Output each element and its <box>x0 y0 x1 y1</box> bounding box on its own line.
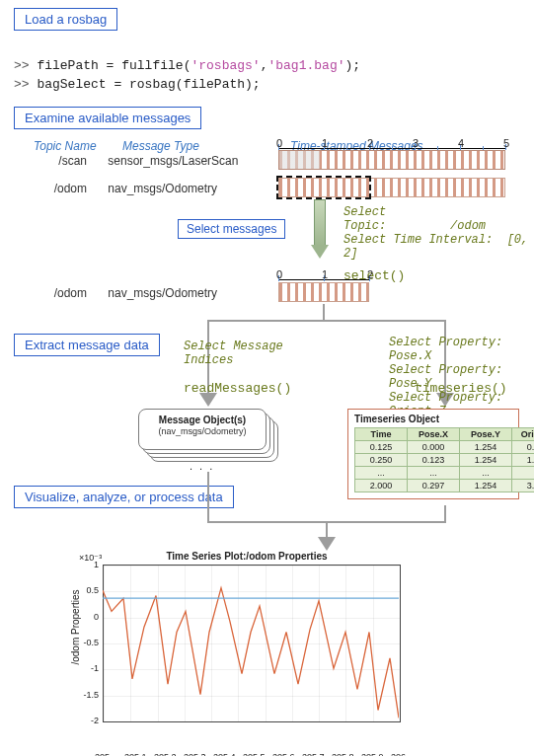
code-str: 'bag1.bag' <box>267 58 344 73</box>
xtick: 205.1 <box>124 752 147 756</box>
xtick: 205.9 <box>361 752 384 756</box>
xtick: 205.5 <box>243 752 266 756</box>
timeseries-plot: Time Series Plot:/odom Properties ×10⁻³ … <box>79 563 415 748</box>
row-odom-sel: /odom nav_msgs/Odometry <box>18 286 270 300</box>
ts-td: ... <box>408 467 460 480</box>
ts-td: 2.000 <box>355 480 408 492</box>
ts-td: ... <box>512 467 535 480</box>
ytick: -1.5 <box>79 690 99 700</box>
ts-td: 1.254 <box>460 441 512 454</box>
table-row: 0.2500.1231.2541.571 <box>355 454 535 467</box>
plot-lines <box>103 565 399 720</box>
ts-hint1: Select Property: Pose.X <box>389 336 534 363</box>
xtick: 205.4 <box>213 752 236 756</box>
msg-type: sensor_msgs/LaserScan <box>108 154 270 168</box>
row-scan: /scan sensor_msgs/LaserScan <box>18 154 270 168</box>
code-text: ); <box>344 58 360 73</box>
conn-v-right2 <box>444 505 446 521</box>
selection-dashbox <box>276 176 371 199</box>
plot-ylabel: /odom Properties <box>70 589 81 664</box>
table-row: ............ <box>355 467 535 480</box>
stripes-odom-sel <box>278 282 369 302</box>
prompt: >> <box>14 77 37 92</box>
dots: . . . <box>190 460 214 472</box>
tick-label: 4 <box>458 137 464 149</box>
ytick: 0.5 <box>79 585 99 595</box>
xtick: 205.6 <box>272 752 295 756</box>
code-block: >> filePath = fullfile('rosbags','bag1.b… <box>14 37 520 95</box>
card-title: Message Object(s) <box>139 415 266 425</box>
code-text: filePath = fullfile( <box>37 58 191 73</box>
topic-name: /odom <box>18 286 105 300</box>
tick-label: 0 <box>276 137 282 149</box>
card-sub: (nav_msgs/Odometry) <box>139 426 266 436</box>
xtick: 205.3 <box>184 752 206 756</box>
arrow-select <box>306 199 334 259</box>
ts-td: 1.254 <box>460 454 512 467</box>
ts-td: 0.000 <box>512 441 535 454</box>
row-odom: /odom nav_msgs/Odometry <box>18 182 270 195</box>
axis-full: 012345 <box>278 131 505 149</box>
ts-fn: timeseries() <box>415 381 507 396</box>
ytick: 0 <box>79 612 99 622</box>
timeseries-box: Timeseries Object TimePose.XPose.YOrient… <box>347 409 519 499</box>
read-fn: readMessages() <box>184 381 291 396</box>
xtick: 205 <box>95 752 110 756</box>
tick-label: 2 <box>367 268 373 280</box>
prompt: >> <box>14 58 37 73</box>
tick-label: 1 <box>322 137 328 149</box>
ts-td: ... <box>355 467 408 480</box>
section-visualize: Visualize, analyze, or process data <box>14 486 234 508</box>
ts-td: ... <box>460 467 512 480</box>
section-extract: Extract message data <box>14 334 160 356</box>
msg-type: nav_msgs/Odometry <box>108 286 270 300</box>
plot-title: Time Series Plot:/odom Properties <box>79 551 415 562</box>
topic-name: /odom <box>18 182 105 195</box>
topic-name: /scan <box>18 154 105 168</box>
conn-v1 <box>323 304 325 320</box>
ytick: -2 <box>79 716 99 725</box>
select-interval: Select Time Interval: [0, 2] <box>343 233 534 261</box>
table-row: 0.1250.0001.2540.000 <box>355 441 535 454</box>
select-topic: Select Topic: /odom <box>343 205 534 233</box>
conn-h <box>207 320 446 322</box>
ytick: 1 <box>79 560 99 569</box>
ts-td: 0.000 <box>408 441 460 454</box>
xtick: 205.2 <box>154 752 177 756</box>
ts-table: TimePose.XPose.YOrient.Z 0.1250.0001.254… <box>354 427 534 492</box>
tick-label: 1 <box>322 268 328 280</box>
ts-td: 0.125 <box>355 441 408 454</box>
ts-td: 1.254 <box>460 480 512 492</box>
msg-object-stack: Message Object(s) (nav_msgs/Odometry) . … <box>138 409 276 464</box>
code-text: bagSelect = rosbag(filePath); <box>37 77 260 92</box>
ts-th: Pose.X <box>408 428 460 441</box>
ts-title: Timeseries Object <box>354 414 512 424</box>
xtick: 205.8 <box>332 752 354 756</box>
ts-td: 1.571 <box>512 454 535 467</box>
section-examine: Examine available messages <box>14 107 201 129</box>
msg-type: nav_msgs/Odometry <box>108 182 270 195</box>
ytick: -0.5 <box>79 638 99 647</box>
xtick: 205.7 <box>302 752 325 756</box>
tick-label: 0 <box>276 268 282 280</box>
ytick: -1 <box>79 663 99 673</box>
ts-th: Time <box>355 428 408 441</box>
xtick: 206 <box>391 752 406 756</box>
table-row: 2.0000.2971.2543.142 <box>355 480 535 492</box>
section-load: Load a rosbag <box>14 8 117 31</box>
tick-label: 3 <box>413 137 419 149</box>
ts-td: 3.142 <box>512 480 535 492</box>
series-prop-orange <box>103 588 399 718</box>
col-type: Message Type <box>122 139 199 153</box>
axis-sel: 012 <box>278 263 369 280</box>
ts-th: Orient.Z <box>512 428 535 441</box>
ts-td: 0.297 <box>408 480 460 492</box>
read-hint: Select Message Indices <box>184 340 283 367</box>
ts-td: 0.250 <box>355 454 408 467</box>
section-select: Select messages <box>178 219 285 239</box>
tick-label: 5 <box>503 137 509 149</box>
tick-label: 2 <box>367 137 373 149</box>
code-str: 'rosbags' <box>191 58 260 73</box>
stripes-scan <box>278 150 505 170</box>
conn-v-left2 <box>207 472 209 521</box>
